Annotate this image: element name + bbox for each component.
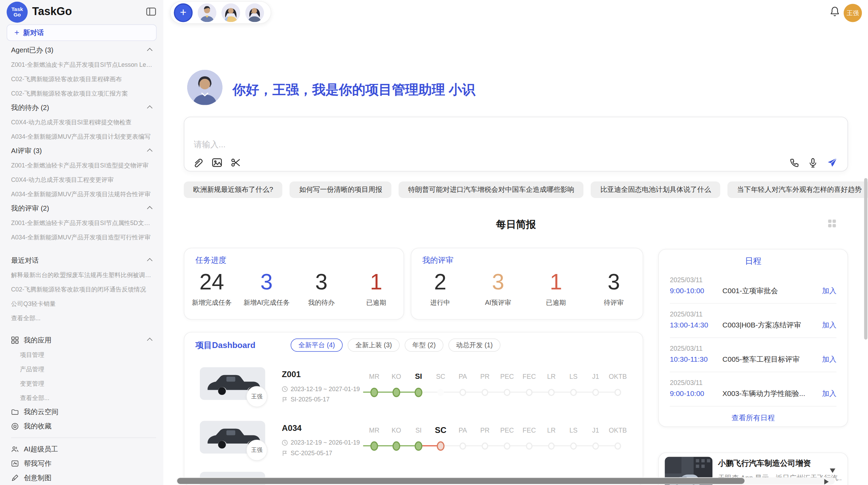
chevron-up-icon [147, 258, 153, 263]
list-item[interactable]: A034-全新新能源MUV产品开发项目计划变更表编写 [11, 129, 155, 144]
layout-grid-icon[interactable] [828, 220, 836, 228]
suggestion-chip[interactable]: 特朗普可能对进口汽车增税会对中国车企造成哪些影响 [399, 182, 583, 198]
view-all-schedule[interactable]: 查看所有日程 [659, 413, 848, 423]
notifications-bell-icon[interactable] [830, 6, 840, 20]
milestone-dot [459, 389, 466, 396]
section-my-review[interactable]: 我的评审 (2) [11, 201, 156, 216]
milestone-dot [592, 443, 599, 450]
section-ai-review[interactable]: AI评审 (3) [11, 144, 156, 158]
app-link[interactable]: 变更管理 [11, 376, 155, 390]
app-link[interactable]: 产品管理 [11, 362, 155, 376]
microphone-icon[interactable] [808, 157, 818, 168]
tab-new-body[interactable]: 全新上装 (3) [348, 338, 400, 352]
agent-avatar-2[interactable] [221, 3, 240, 22]
milestone-dot [482, 389, 488, 396]
suggestion-chip[interactable]: 如何写一份清晰的项目周报 [290, 182, 391, 198]
scissors-icon[interactable] [230, 157, 241, 168]
project-dates: 2023-12-19 ~ 2026-01-19 [282, 439, 360, 447]
sidebar-item-favorites[interactable]: 我的收藏 [11, 419, 156, 434]
clock-icon [282, 439, 288, 446]
scroll-right-arrow[interactable] [824, 479, 829, 484]
milestone-dot-done [393, 388, 400, 397]
image-icon[interactable] [212, 157, 222, 168]
list-item[interactable]: C0X4-动力总成开发项目SI里程碑提交物检查 [11, 115, 155, 129]
tab-all-new-platform[interactable]: 全新平台 (4) [291, 338, 343, 352]
add-agent-button[interactable]: + [174, 3, 193, 22]
dashboard-title: 项目Dashboard [195, 340, 255, 351]
section-my-apps[interactable]: 我的应用 [11, 333, 156, 347]
scroll-down-arrow[interactable] [830, 469, 835, 473]
user-avatar[interactable]: 王强 [844, 4, 862, 22]
milestone-dot-done [393, 442, 400, 451]
list-item[interactable]: A034-全新新能源MUV产品开发项目法规符合性评审 [11, 187, 155, 201]
join-button[interactable]: 加入 [822, 389, 836, 398]
app-link[interactable]: 项目管理 [11, 347, 155, 362]
send-icon[interactable] [827, 157, 837, 168]
sidebar-item-cloud[interactable]: 我的云空间 [11, 405, 156, 419]
flag-icon [282, 450, 288, 456]
stat-pending-review: 3 待评审 [585, 269, 643, 307]
schedule-title: 日程 [659, 256, 848, 267]
section-agent-done[interactable]: Agent已办 (3) [11, 43, 156, 58]
new-chat-button[interactable]: + 新对话 [7, 24, 157, 41]
list-item[interactable]: Z001-全新燃油皮卡产品开发项目SI节点Lesson Learn报告 [11, 58, 155, 72]
project-owner-badge: 王强 [246, 386, 267, 407]
phone-icon[interactable] [789, 157, 799, 168]
list-item[interactable]: Z001-全新燃油轻卡产品开发项目SI造型提交物评审 [11, 158, 155, 173]
join-button[interactable]: 加入 [822, 355, 836, 364]
sidebar-item-ai-staff[interactable]: AI超级员工 [11, 442, 156, 456]
star-badge-icon [11, 423, 19, 431]
list-item[interactable]: A034-全新新能源MUV产品开发项目造型可行性评审 [11, 230, 155, 245]
my-reviews-card: 我的评审 2 进行中 3 AI预评审 1 已逾期 3 待评审 [411, 248, 643, 320]
agent-avatar-3[interactable] [245, 3, 264, 22]
chat-input[interactable]: 请输入... [194, 139, 226, 150]
sidebar-item-creative-draw[interactable]: 创意制图 [11, 471, 156, 485]
join-button[interactable]: 加入 [822, 321, 836, 330]
milestone-dot [526, 389, 532, 396]
chevron-up-icon [147, 338, 153, 343]
list-item[interactable]: C02-飞腾新能源轻客改款项目里程碑画布 [11, 72, 155, 86]
project-row-a034[interactable]: 王强 A034 2023-12-19 ~ 2026-01-19 SC-2025-… [184, 416, 643, 472]
milestone-dot [504, 389, 510, 396]
tab-powertrain[interactable]: 动总开发 (1) [448, 338, 501, 352]
schedule-item: 2025/03/11 9:00-10:00 C001-立项审批会 加入 [659, 269, 848, 303]
list-item[interactable]: 解释最新出台的欧盟报废车法规再生塑料比例被调至15%... [11, 268, 155, 282]
horizontal-scrollbar-thumb[interactable] [177, 478, 745, 484]
milestone-dot [548, 389, 555, 396]
sidebar-collapse-icon[interactable] [146, 7, 156, 16]
milestone-track [363, 441, 629, 451]
join-button[interactable]: 加入 [822, 286, 836, 295]
section-recent-chats[interactable]: 最近对话 [11, 253, 156, 268]
list-item[interactable]: 公司Q3轻卡销量 [11, 297, 155, 311]
suggestion-chip[interactable]: 欧洲新规最近颁布了什么? [184, 182, 282, 198]
active-milestone-label: SI [407, 372, 430, 382]
view-all-chats[interactable]: 查看全部... [11, 311, 155, 325]
apps-grid-icon [11, 336, 19, 344]
write-icon [11, 460, 19, 468]
horizontal-scrollbar[interactable] [176, 477, 835, 485]
vertical-scrollbar[interactable] [864, 0, 868, 485]
project-row-z001[interactable]: 王强 Z001 2023-12-19 ~ 2027-01-19 SI-2025-… [184, 363, 643, 418]
agent-avatar-1[interactable] [197, 3, 216, 22]
list-item[interactable]: C02-飞腾新能源轻客改款项目的闭环通告反馈情况 [11, 282, 155, 297]
view-all-apps[interactable]: 查看全部... [11, 390, 155, 405]
attachment-icon[interactable] [193, 157, 204, 168]
list-item[interactable]: Z001-全新燃油轻卡产品开发项目SI节点属性5D文件评审 [11, 216, 155, 230]
list-item[interactable]: C0X4-动力总成开发项目工程变更评审 [11, 173, 155, 187]
stat-overdue: 1 已逾期 [349, 269, 403, 307]
chevron-up-icon [147, 149, 153, 154]
section-my-todo[interactable]: 我的待办 (2) [11, 101, 156, 115]
suggestion-chip[interactable]: 比亚迪全固态电池计划具体说了什么 [591, 182, 721, 198]
milestone-dot [614, 389, 621, 396]
project-dates: 2023-12-19 ~ 2027-01-19 [282, 385, 360, 393]
milestone-dot-done [414, 442, 422, 451]
taskgo-app: Task Go TaskGo + 新对话 Agent已办 (3) Z001-全新… [0, 0, 868, 485]
tab-model-year[interactable]: 年型 (2) [405, 338, 443, 352]
stat-ai-prereview: 3 AI预评审 [469, 269, 527, 307]
list-item[interactable]: C02-飞腾新能源轻客改款项目立项汇报方案 [11, 86, 155, 101]
assistant-avatar [187, 70, 222, 105]
sidebar-item-write-helper[interactable]: 帮我写作 [11, 456, 156, 471]
suggestion-chip[interactable]: 当下年轻人对汽车外观有怎样的喜好趋势 [728, 182, 868, 198]
schedule-item: 2025/03/11 10:30-11:30 C005-整车工程目标评审 加入 [659, 338, 848, 372]
vertical-scrollbar-thumb[interactable] [864, 178, 868, 340]
